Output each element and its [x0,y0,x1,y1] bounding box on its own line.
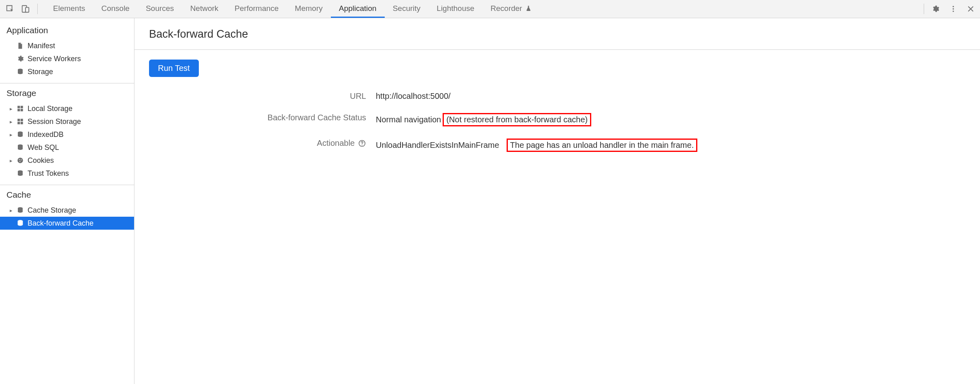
svg-point-16 [17,158,23,163]
tab-label: Security [393,4,421,13]
gear-icon[interactable] [931,5,940,13]
database-icon [16,206,24,214]
sidebar-item-indexeddb[interactable]: ▸ IndexedDB [0,128,134,141]
actionable-label-text: Actionable [317,139,355,148]
url-label: URL [149,92,376,101]
sidebar-item-label: Web SQL [28,143,59,152]
tab-sources[interactable]: Sources [138,0,182,18]
sidebar-item-cookies[interactable]: ▸ Cookies [0,154,134,167]
url-value: http://localhost:5000/ [376,92,965,101]
bfcache-status-label: Back-forward Cache Status [149,113,376,122]
sidebar-section-storage: Storage [0,83,134,102]
sidebar-items-application: ▸ Manifest ▸ Service Workers ▸ Storage [0,39,134,83]
help-icon[interactable] [358,139,366,147]
status-prefix: Normal navigation [376,115,441,124]
actionable-desc-highlight: The page has an unload handler in the ma… [507,139,698,152]
svg-point-4 [952,11,954,12]
sidebar-item-label: Manifest [28,42,55,50]
file-icon [16,42,24,50]
cookie-icon [16,156,24,164]
svg-rect-10 [17,119,20,121]
actionable-value: UnloadHandlerExistsInMainFrame The page … [376,139,965,152]
page-title: Back-forward Cache [134,18,980,50]
gear-icon [16,55,24,63]
database-icon [16,130,24,139]
sidebar-items-storage: ▸ Local Storage ▸ Session Storage ▸ Inde… [0,102,134,185]
database-icon [16,68,24,76]
svg-rect-11 [21,119,23,121]
sidebar-item-web-sql[interactable]: ▸ Web SQL [0,141,134,154]
sidebar-item-manifest[interactable]: ▸ Manifest [0,39,134,52]
tab-lighthouse[interactable]: Lighthouse [428,0,482,18]
caret-icon: ▸ [9,119,13,125]
tab-label: Recorder [490,4,522,13]
svg-point-3 [952,8,954,9]
sidebar-item-label: Service Workers [28,55,81,63]
database-icon [16,219,24,227]
svg-rect-9 [21,109,23,111]
svg-point-18 [21,159,21,160]
application-sidebar: Application ▸ Manifest ▸ Service Workers… [0,18,134,384]
top-right-controls [924,4,974,14]
sidebar-items-cache: ▸ Cache Storage ▸ Back-forward Cache [0,204,134,235]
tab-console[interactable]: Console [93,0,138,18]
sidebar-item-label: Storage [28,68,53,76]
info-grid: URL http://localhost:5000/ Back-forward … [149,92,965,152]
sidebar-item-label: Cookies [28,156,54,165]
sidebar-item-label: Session Storage [28,117,81,126]
sidebar-item-trust-tokens[interactable]: ▸ Trust Tokens [0,167,134,180]
actionable-code: UnloadHandlerExistsInMainFrame [376,141,499,150]
database-icon [16,169,24,177]
sidebar-item-session-storage[interactable]: ▸ Session Storage [0,115,134,128]
sidebar-item-label: IndexedDB [28,130,64,139]
grid-icon [16,117,24,126]
inspect-icon[interactable] [6,4,15,13]
tab-memory[interactable]: Memory [287,0,331,18]
sidebar-item-storage[interactable]: ▸ Storage [0,65,134,78]
tab-security[interactable]: Security [385,0,429,18]
tab-label: Memory [295,4,323,13]
kebab-icon[interactable] [949,5,957,13]
svg-rect-13 [21,122,23,124]
panel-tabs: Elements Console Sources Network Perform… [45,0,924,18]
database-icon [16,143,24,151]
devtools-top-bar: Elements Console Sources Network Perform… [0,0,980,18]
svg-point-2 [952,6,954,7]
main-split: Application ▸ Manifest ▸ Service Workers… [0,18,980,384]
tab-network[interactable]: Network [182,0,227,18]
sidebar-item-label: Cache Storage [28,206,76,215]
svg-rect-7 [21,106,23,108]
tab-label: Sources [146,4,174,13]
run-test-button[interactable]: Run Test [149,60,199,77]
tab-label: Elements [53,4,85,13]
tab-label: Console [101,4,130,13]
tab-application[interactable]: Application [331,0,385,18]
status-highlight: (Not restored from back-forward cache) [443,113,591,126]
sidebar-item-back-forward-cache[interactable]: ▸ Back-forward Cache [0,217,134,230]
bfcache-status-value: Normal navigation (Not restored from bac… [376,113,965,126]
svg-rect-8 [17,109,20,111]
svg-point-17 [19,159,20,160]
svg-rect-1 [26,7,29,12]
sidebar-item-service-workers[interactable]: ▸ Service Workers [0,52,134,65]
caret-icon: ▸ [9,132,13,138]
tab-label: Performance [234,4,279,13]
close-icon[interactable] [967,5,974,13]
tab-performance[interactable]: Performance [226,0,287,18]
tab-label: Network [190,4,219,13]
tab-label: Application [339,4,377,13]
caret-icon: ▸ [9,106,13,112]
svg-rect-12 [17,122,20,124]
sidebar-item-local-storage[interactable]: ▸ Local Storage [0,102,134,115]
tab-elements[interactable]: Elements [45,0,93,18]
caret-icon: ▸ [9,207,13,213]
svg-point-19 [19,161,20,162]
sidebar-section-cache: Cache [0,185,134,204]
device-toggle-icon[interactable] [21,4,30,13]
sidebar-item-label: Back-forward Cache [28,219,94,228]
sidebar-section-application: Application [0,21,134,39]
tab-recorder[interactable]: Recorder [482,0,540,18]
sidebar-item-cache-storage[interactable]: ▸ Cache Storage [0,204,134,217]
sidebar-item-label: Local Storage [28,105,72,113]
content-pane: Back-forward Cache Run Test URL http://l… [134,18,980,384]
